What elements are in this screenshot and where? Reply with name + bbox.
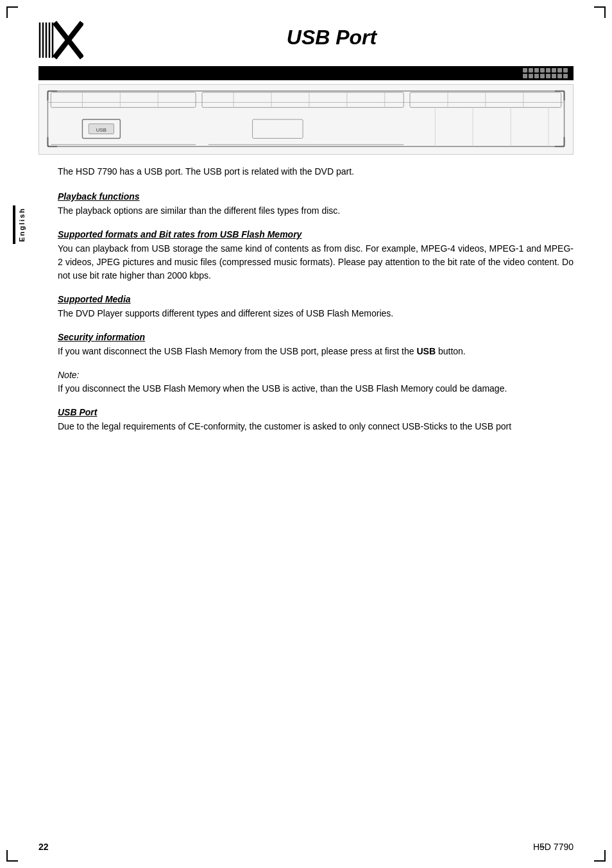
note-section: Note: If you disconnect the USB Flash Me… [58,369,574,395]
x-logo-icon [38,19,83,61]
supported-media-section: Supported Media The DVD Player supports … [58,294,574,320]
note-body: If you disconnect the USB Flash Memory w… [58,383,507,394]
security-body: If you want disconnect the USB Flash Mem… [58,345,574,358]
sidebar-bar [13,205,15,244]
footer-model: H5D 7790 [533,842,574,852]
usb-port-title: USB Port [58,407,574,417]
page-footer: 22 H5D 7790 [0,842,612,852]
playback-body: The playback options are similar than th… [58,204,574,218]
svg-text:USB: USB [96,127,106,133]
security-text-bold: USB [416,346,436,356]
page-number: 22 [38,842,49,852]
device-diagram: USB [38,84,574,155]
svg-rect-7 [47,91,564,146]
playback-title: Playback functions [58,191,574,202]
header-bar [38,66,574,80]
supported-media-title: Supported Media [58,294,574,304]
security-text-part2: button. [436,346,466,356]
supported-formats-body: You can playback from USB storage the sa… [58,242,574,282]
security-text-part1: If you want disconnect the USB Flash Mem… [58,346,416,356]
security-section: Security information If you want disconn… [58,332,574,395]
intro-paragraph: The HSD 7790 has a USB port. The USB por… [58,165,574,178]
svg-rect-9 [51,92,196,108]
language-label: English [18,207,26,242]
note-label: Note: [58,370,79,380]
playback-section: Playback functions The playback options … [58,191,574,218]
corner-mark-tl [6,6,18,18]
corner-mark-tr [594,6,606,18]
supported-media-body: The DVD Player supports different types … [58,307,574,320]
supported-formats-section: Supported formats and Bit rates from USB… [58,229,574,282]
page-title: USB Port [90,19,574,49]
supported-formats-title: Supported formats and Bit rates from USB… [58,229,574,239]
svg-rect-13 [202,92,404,108]
dot-pattern [523,68,568,79]
usb-port-body: Due to the legal requirements of CE-conf… [58,420,574,433]
usb-port-section: USB Port Due to the legal requirements o… [58,407,574,433]
page-header: USB Port [38,19,574,61]
security-title: Security information [58,332,574,342]
language-sidebar: English [13,205,26,244]
svg-rect-26 [253,119,303,138]
